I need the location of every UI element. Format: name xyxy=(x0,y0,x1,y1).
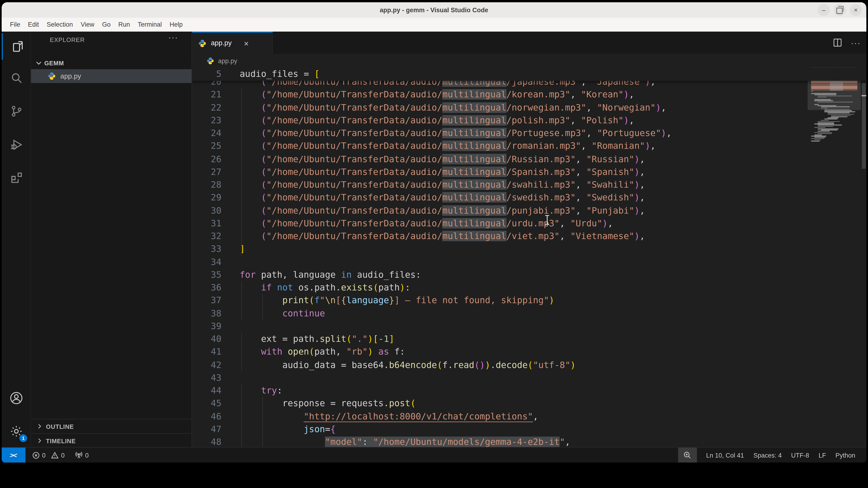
code-line-44[interactable]: 44 try: xyxy=(192,384,282,397)
code-line-25[interactable]: 25 ("/home/Ubuntu/TransferData/audio/mul… xyxy=(192,139,655,153)
code-line-23[interactable]: 23 ("/home/Ubuntu/TransferData/audio/mul… xyxy=(192,114,634,127)
minimize-button[interactable]: – xyxy=(817,4,830,16)
code-line-45[interactable]: 45 response = requests.post( xyxy=(192,397,415,410)
indentation[interactable]: Spaces: 4 xyxy=(753,452,782,458)
line-number[interactable]: 29 xyxy=(192,191,221,204)
eol-sequence[interactable]: LF xyxy=(819,452,826,458)
source-control-icon[interactable] xyxy=(2,98,31,125)
folder-gemm[interactable]: GEMM xyxy=(31,57,191,69)
encoding[interactable]: UTF-8 xyxy=(791,452,809,458)
breadcrumbs[interactable]: app.py xyxy=(192,54,866,68)
code-line-36[interactable]: 36 if not os.path.exists(path): xyxy=(192,281,410,294)
explorer-icon[interactable] xyxy=(2,33,32,60)
search-icon[interactable] xyxy=(2,65,31,92)
line-number[interactable]: 42 xyxy=(192,358,221,371)
code-line-35[interactable]: 35for path, language in audio_files: xyxy=(192,268,421,281)
line-number[interactable]: 31 xyxy=(192,217,221,230)
line-number[interactable]: 47 xyxy=(192,422,221,435)
code-line-24[interactable]: 24 ("/home/Ubuntu/TransferData/audio/mul… xyxy=(192,127,672,139)
code-line-46[interactable]: 46 "http://localhost:8000/v1/chat/comple… xyxy=(192,410,538,423)
run-debug-icon[interactable] xyxy=(2,131,31,158)
line-number[interactable]: 21 xyxy=(192,88,221,101)
more-actions-icon[interactable]: ··· xyxy=(851,38,861,47)
line-number[interactable]: 24 xyxy=(192,127,221,139)
line-number[interactable]: 34 xyxy=(192,255,221,268)
code-line-48[interactable]: 48 "model": "/home/Ubuntu/models/gemma-4… xyxy=(192,435,570,447)
vertical-scrollbar[interactable] xyxy=(861,67,866,447)
code-line-37[interactable]: 37 print(f"\n[{language}] — file not fou… xyxy=(192,294,554,307)
token xyxy=(240,295,282,305)
minimap-row xyxy=(824,111,855,112)
code-line-32[interactable]: 32 ("/home/Ubuntu/TransferData/audio/mul… xyxy=(192,230,645,242)
line-number[interactable]: 41 xyxy=(192,346,221,358)
code-line-43[interactable]: 43 xyxy=(192,371,240,384)
code-line-21[interactable]: 21 ("/home/Ubuntu/TransferData/audio/mul… xyxy=(192,88,634,101)
extensions-icon[interactable] xyxy=(2,164,31,191)
menu-file[interactable]: File xyxy=(6,18,24,32)
code-line-42[interactable]: 42 audio_data = base64.b64encode(f.read(… xyxy=(192,358,576,371)
accounts-icon[interactable] xyxy=(2,385,31,411)
menu-view[interactable]: View xyxy=(76,18,98,32)
language-mode[interactable]: Python xyxy=(835,452,855,458)
split-editor-icon[interactable] xyxy=(833,38,842,47)
line-number[interactable]: 23 xyxy=(192,114,221,127)
line-number[interactable]: 27 xyxy=(192,165,221,178)
line-number[interactable]: 37 xyxy=(192,294,221,307)
code-line-40[interactable]: 40 ext = path.split(".")[-1] xyxy=(192,332,394,346)
line-number[interactable]: 28 xyxy=(192,178,221,191)
tab-app-py[interactable]: app.py × xyxy=(192,32,273,54)
menu-edit[interactable]: Edit xyxy=(24,18,43,32)
code-line-27[interactable]: 27 ("/home/Ubuntu/TransferData/audio/mul… xyxy=(192,165,645,178)
line-number[interactable]: 44 xyxy=(192,384,221,397)
problems-indicator[interactable]: 0 0 xyxy=(32,451,65,459)
cursor-position[interactable]: Ln 10, Col 41 xyxy=(706,452,744,458)
minimap[interactable] xyxy=(808,67,861,447)
code-line-22[interactable]: 22 ("/home/Ubuntu/TransferData/audio/mul… xyxy=(192,101,666,114)
menu-terminal[interactable]: Terminal xyxy=(134,18,166,32)
line-number[interactable]: 33 xyxy=(192,242,221,256)
line-number[interactable]: 25 xyxy=(192,139,221,153)
token: multilingual xyxy=(442,218,506,228)
code-editor[interactable]: 20 ("/home/Ubuntu/TransferData/audio/mul… xyxy=(192,67,866,447)
remote-indicator[interactable]: >< xyxy=(2,448,26,462)
restore-button[interactable] xyxy=(834,4,846,16)
line-number[interactable]: 39 xyxy=(192,320,221,333)
line-number[interactable]: 35 xyxy=(192,268,221,281)
line-number[interactable]: 40 xyxy=(192,332,221,346)
settings-gear-icon[interactable]: 1 xyxy=(2,418,31,445)
file-app-py[interactable]: app.py xyxy=(31,69,191,83)
code-line-34[interactable]: 34 xyxy=(192,255,240,268)
code-line-30[interactable]: 30 ("/home/Ubuntu/TransferData/audio/mul… xyxy=(192,204,645,217)
code-line-33[interactable]: 33] xyxy=(192,242,245,256)
close-button[interactable]: × xyxy=(849,4,862,16)
token: /norwegian.mp3" xyxy=(506,102,586,113)
ports-indicator[interactable]: 0 xyxy=(74,451,89,459)
code-line-41[interactable]: 41 with open(path, "rb") as f: xyxy=(192,346,405,358)
line-number[interactable]: 30 xyxy=(192,204,221,217)
line-number[interactable]: 45 xyxy=(192,397,221,410)
explorer-more-actions-icon[interactable]: ··· xyxy=(168,33,178,42)
code-line-39[interactable]: 39 xyxy=(192,320,240,333)
menu-selection[interactable]: Selection xyxy=(43,18,77,32)
timeline-panel-header[interactable]: TIMELINE xyxy=(31,433,191,448)
outline-panel-header[interactable]: OUTLINE xyxy=(31,419,191,433)
line-number[interactable]: 43 xyxy=(192,371,221,384)
code-line-29[interactable]: 29 ("/home/Ubuntu/TransferData/audio/mul… xyxy=(192,191,645,204)
menu-run[interactable]: Run xyxy=(115,18,134,32)
code-line-38[interactable]: 38 continue xyxy=(192,307,325,320)
line-number[interactable]: 32 xyxy=(192,230,221,242)
menu-go[interactable]: Go xyxy=(98,18,115,32)
tab-close-icon[interactable]: × xyxy=(244,38,249,48)
line-number[interactable]: 26 xyxy=(192,153,221,165)
code-line-26[interactable]: 26 ("/home/Ubuntu/TransferData/audio/mul… xyxy=(192,153,645,165)
code-line-28[interactable]: 28 ("/home/Ubuntu/TransferData/audio/mul… xyxy=(192,178,645,191)
line-number[interactable]: 48 xyxy=(192,435,221,447)
line-number[interactable]: 38 xyxy=(192,307,221,320)
zoom-indicator[interactable] xyxy=(678,448,697,462)
line-number[interactable]: 36 xyxy=(192,281,221,294)
line-number[interactable]: 46 xyxy=(192,410,221,423)
line-number[interactable]: 22 xyxy=(192,101,221,114)
sticky-scroll-line[interactable]: 5 audio_files = [ xyxy=(192,67,866,80)
menu-help[interactable]: Help xyxy=(165,18,186,32)
code-line-47[interactable]: 47 json={ xyxy=(192,422,336,435)
